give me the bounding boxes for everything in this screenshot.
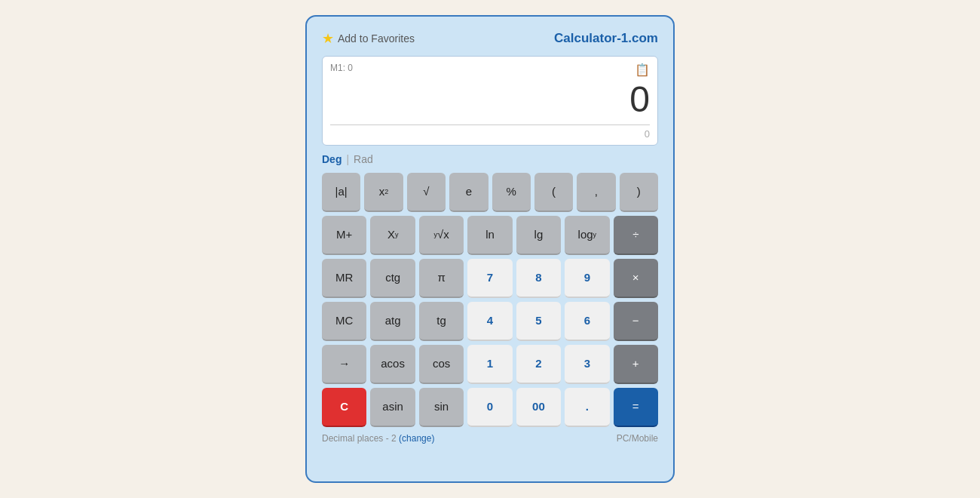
nine-button[interactable]: 9 [565,259,609,298]
one-button[interactable]: 1 [467,345,512,384]
button-row-0: |a|x2√e%(,) [322,173,658,212]
abs-button[interactable]: |a| [322,173,360,212]
subtract-button[interactable]: − [614,302,658,341]
comma-button[interactable]: , [577,173,615,212]
add-favorites-link[interactable]: ★ Add to Favorites [322,30,415,47]
mc-button[interactable]: MC [322,302,366,341]
display-divider [330,124,650,125]
main-display: 0 [330,73,650,121]
mr-button[interactable]: MR [322,259,366,298]
deg-button[interactable]: Deg [322,153,341,165]
calculator: ★ Add to Favorites Calculator-1.com M1: … [305,15,675,483]
sub-display: 0 [330,128,650,140]
add-button[interactable]: + [614,345,658,384]
e-button[interactable]: e [449,173,488,212]
three-button[interactable]: 3 [565,345,609,384]
button-row-2: MRctgπ789× [322,259,658,298]
five-button[interactable]: 5 [516,302,561,341]
m-plus-button[interactable]: M+ [322,216,366,255]
deg-rad-row: Deg | Rad [322,153,658,165]
atg-button[interactable]: atg [370,302,415,341]
seven-button[interactable]: 7 [467,259,512,298]
tg-button[interactable]: tg [419,302,464,341]
top-bar: ★ Add to Favorites Calculator-1.com [322,30,658,47]
double-zero-button[interactable]: 00 [516,388,561,427]
buttons-grid: |a|x2√e%(,)M+Xyy√xlnlglogy÷MRctgπ789×MCa… [322,173,658,427]
rad-button[interactable]: Rad [354,153,373,165]
button-row-5: Casinsin000.= [322,388,658,427]
button-row-4: →acoscos123+ [322,345,658,384]
pi-button[interactable]: π [419,259,464,298]
square-button[interactable]: x2 [364,173,403,212]
six-button[interactable]: 6 [565,302,609,341]
divide-button[interactable]: ÷ [614,216,658,255]
decimal-button[interactable]: . [565,388,609,427]
cos-button[interactable]: cos [419,345,464,384]
mode-separator: | [346,153,349,165]
logy-button[interactable]: logy [565,216,609,255]
equals-button[interactable]: = [614,388,658,427]
copy-icon[interactable]: 📋 [635,63,650,77]
multiply-button[interactable]: × [614,259,658,298]
ln-button[interactable]: ln [467,216,512,255]
decimal-info: Decimal places - 2 (change) [322,433,434,444]
eight-button[interactable]: 8 [516,259,561,298]
percent-button[interactable]: % [492,173,531,212]
favorites-label: Add to Favorites [338,32,415,45]
sqrt-button[interactable]: √ [407,173,446,212]
display-area: M1: 0 📋 0 0 [322,56,658,146]
memory-label: M1: 0 [330,63,353,73]
clear-button[interactable]: C [322,388,366,427]
four-button[interactable]: 4 [467,302,512,341]
sin-button[interactable]: sin [419,388,464,427]
footer: Decimal places - 2 (change) PC/Mobile [322,433,658,444]
two-button[interactable]: 2 [516,345,561,384]
open-paren-button[interactable]: ( [534,173,573,212]
star-icon: ★ [322,30,334,47]
change-link[interactable]: (change) [399,433,434,444]
pow-button[interactable]: Xy [370,216,415,255]
acos-button[interactable]: acos [370,345,415,384]
button-row-3: MCatgtg456− [322,302,658,341]
button-row-1: M+Xyy√xlnlglogy÷ [322,216,658,255]
zero-button[interactable]: 0 [467,388,512,427]
yroot-button[interactable]: y√x [419,216,464,255]
close-paren-button[interactable]: ) [620,173,658,212]
site-title: Calculator-1.com [554,31,658,46]
decimal-label: Decimal places - 2 [322,433,397,444]
lg-button[interactable]: lg [516,216,561,255]
ctg-button[interactable]: ctg [370,259,415,298]
platform-label: PC/Mobile [617,433,658,444]
asin-button[interactable]: asin [370,388,415,427]
backspace-button[interactable]: → [322,345,366,384]
